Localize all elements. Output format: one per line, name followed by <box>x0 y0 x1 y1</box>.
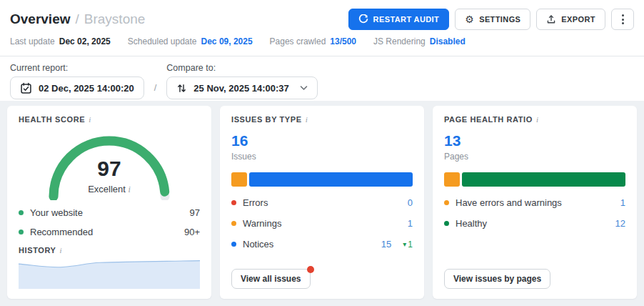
kebab-icon <box>622 14 624 24</box>
audit-meta-row: Last update Dec 02, 2025 Scheduled updat… <box>10 36 634 46</box>
notices-bar-segment[interactable] <box>249 172 413 187</box>
issues-count-label: Issues <box>231 152 413 162</box>
errors-warnings-bar-segment[interactable] <box>444 172 460 187</box>
meta-last-update: Last update Dec 02, 2025 <box>10 36 111 46</box>
notification-dot <box>307 266 314 273</box>
page-title: Overview <box>10 11 71 27</box>
pages-count: 13 <box>444 132 625 149</box>
info-icon[interactable]: i <box>306 115 308 124</box>
info-icon[interactable]: i <box>89 115 91 124</box>
restart-audit-button[interactable]: RESTART AUDIT <box>348 9 450 30</box>
calendar-icon <box>20 82 32 94</box>
health-score-value: 97 <box>41 157 177 181</box>
legend-row-healthy: Healthy 12 <box>444 213 625 234</box>
view-issues-by-pages-button[interactable]: View issues by pages <box>444 269 550 289</box>
meta-value-link[interactable]: Disabled <box>430 36 466 46</box>
legend-value-link[interactable]: 15 <box>381 239 391 250</box>
meta-label: JS Rendering <box>373 36 426 46</box>
chevron-down-icon <box>300 85 308 91</box>
pages-legend: Have errors and warnings 1 Healthy 12 <box>444 192 625 234</box>
header-actions: RESTART AUDIT ⚙ SETTINGS EXPORT <box>348 9 634 30</box>
legend-value-link[interactable]: 0 <box>408 197 413 208</box>
notices-change: ▾ 1 <box>403 240 413 250</box>
gear-icon: ⚙ <box>465 14 474 24</box>
issues-legend: Errors 0 Warnings 1 Notices 15 ▾ 1 <box>231 192 413 255</box>
legend-row-warnings: Warnings 1 <box>231 213 413 234</box>
legend-row-recommended: Recommended 90+ <box>19 222 200 242</box>
legend-label: Recommended <box>30 227 93 237</box>
grade-text: Excellent <box>88 184 126 194</box>
issues-stacked-bar <box>231 172 413 187</box>
health-score-gauge: 97 Excellent i <box>41 127 177 200</box>
blue-dot-icon <box>231 242 236 247</box>
export-button[interactable]: EXPORT <box>536 9 605 30</box>
legend-value: 97 <box>190 207 200 218</box>
current-report-label: Current report: <box>10 63 144 73</box>
meta-label: Scheduled update <box>128 36 197 46</box>
pages-stacked-bar <box>444 172 625 187</box>
breadcrumb-separator: / <box>76 11 79 27</box>
legend-value-link[interactable]: 12 <box>615 218 625 229</box>
meta-scheduled-update: Scheduled update Dec 09, 2025 <box>128 36 253 46</box>
legend-label: Your website <box>30 207 83 218</box>
issues-count: 16 <box>231 132 413 149</box>
meta-value-link[interactable]: Dec 09, 2025 <box>201 36 253 46</box>
legend-label: Notices <box>243 239 273 250</box>
meta-pages-crawled: Pages crawled 13/500 <box>270 36 356 46</box>
green-dot-icon <box>19 230 24 235</box>
legend-label: Have errors and warnings <box>456 197 562 208</box>
page-health-ratio-card: PAGE HEALTH RATIO i 13 Pages Have errors… <box>433 106 637 299</box>
report-divider: / <box>154 82 157 99</box>
legend-row-errors: Errors 0 <box>231 192 413 213</box>
info-icon[interactable]: i <box>129 184 131 194</box>
issues-title: ISSUES BY TYPE <box>231 115 302 124</box>
page-health-title: PAGE HEALTH RATIO <box>444 115 533 124</box>
history-title: HISTORY <box>19 246 56 255</box>
settings-label: SETTINGS <box>479 15 520 24</box>
legend-label: Warnings <box>243 218 281 229</box>
meta-value: Dec 02, 2025 <box>59 36 111 46</box>
compare-to-value: 25 Nov, 2025 14:00:37 <box>193 83 288 94</box>
green-dot-icon <box>19 210 24 215</box>
compare-to-group: Compare to: 25 Nov, 2025 14:00:37 <box>166 63 317 99</box>
meta-value-link[interactable]: 13/500 <box>330 36 356 46</box>
healthy-bar-segment[interactable] <box>462 172 625 187</box>
info-icon[interactable]: i <box>60 246 62 255</box>
settings-button[interactable]: ⚙ SETTINGS <box>455 9 530 30</box>
current-report-value: 02 Dec, 2025 14:00:20 <box>39 83 134 94</box>
current-report-select[interactable]: 02 Dec, 2025 14:00:20 <box>10 76 144 99</box>
meta-label: Pages crawled <box>270 36 326 46</box>
more-options-button[interactable] <box>611 9 634 30</box>
compare-to-select[interactable]: 25 Nov, 2025 14:00:37 <box>166 76 317 99</box>
header: Overview / Braystone RESTART AUDIT ⚙ SET… <box>0 0 644 101</box>
title-row: Overview / Braystone RESTART AUDIT ⚙ SET… <box>10 9 634 30</box>
change-value: 1 <box>408 240 413 250</box>
green-dot-icon <box>444 221 449 226</box>
meta-label: Last update <box>10 36 55 46</box>
view-all-issues-button[interactable]: View all issues <box>231 269 311 289</box>
decrease-icon: ▾ <box>403 241 406 248</box>
legend-value-link[interactable]: 1 <box>408 218 413 229</box>
export-icon <box>546 14 556 24</box>
health-score-grade: Excellent i <box>41 184 177 195</box>
legend-row-notices: Notices 15 ▾ 1 <box>231 234 413 255</box>
health-legend: Your website 97 Recommended 90+ <box>19 203 200 242</box>
meta-js-rendering: JS Rendering Disabled <box>373 36 466 46</box>
warnings-bar-segment[interactable] <box>231 172 247 187</box>
issues-by-type-card: ISSUES BY TYPE i 16 Issues Errors 0 Warn… <box>220 106 424 299</box>
orange-dot-icon <box>444 200 449 205</box>
current-report-group: Current report: 02 Dec, 2025 14:00:20 <box>10 63 144 99</box>
project-name: Braystone <box>84 11 146 27</box>
compare-arrows-icon <box>176 83 187 94</box>
legend-label: Healthy <box>456 218 487 229</box>
red-dot-icon <box>231 200 236 205</box>
health-score-title: HEALTH SCORE <box>19 115 85 124</box>
report-selector-row: Current report: 02 Dec, 2025 14:00:20 / … <box>10 56 634 99</box>
legend-row-your-website: Your website 97 <box>19 203 200 222</box>
orange-dot-icon <box>231 221 236 226</box>
info-icon[interactable]: i <box>536 115 538 124</box>
view-all-issues-wrap: View all issues <box>231 269 311 289</box>
legend-value-link[interactable]: 1 <box>620 197 625 208</box>
health-score-card: HEALTH SCORE i 97 Excellent i Your websi… <box>7 106 211 299</box>
view-issues-by-pages-wrap: View issues by pages <box>444 269 550 289</box>
